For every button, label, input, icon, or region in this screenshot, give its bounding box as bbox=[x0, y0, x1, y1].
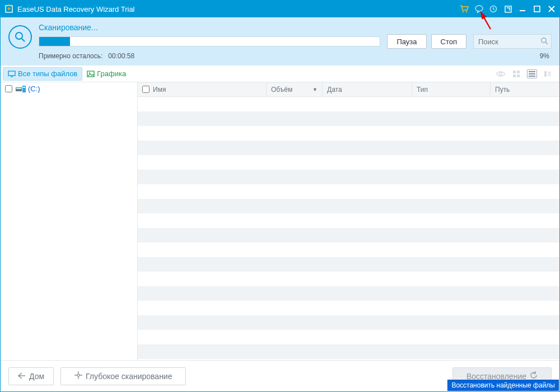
view-list-icon[interactable] bbox=[527, 69, 537, 78]
svg-rect-16 bbox=[513, 74, 516, 77]
col-date[interactable]: Дата bbox=[323, 82, 412, 96]
rows-area bbox=[138, 97, 559, 360]
preview-icon[interactable] bbox=[496, 71, 506, 77]
list-header: Имя Объём ▼ Дата Тип Путь bbox=[138, 82, 559, 97]
col-name-label: Имя bbox=[153, 86, 166, 94]
svg-point-3 bbox=[466, 11, 467, 12]
svg-rect-22 bbox=[23, 87, 25, 88]
list-panel: Имя Объём ▼ Дата Тип Путь bbox=[138, 82, 559, 360]
tree-panel: (C:) bbox=[1, 82, 138, 360]
svg-rect-21 bbox=[22, 86, 26, 92]
expand-icon[interactable] bbox=[503, 4, 512, 13]
deep-scan-button[interactable]: Глубокое сканирование bbox=[60, 367, 186, 385]
filter-all-types[interactable]: Все типы файлов bbox=[3, 67, 82, 81]
cart-icon[interactable] bbox=[460, 4, 469, 13]
minimize-icon[interactable] bbox=[518, 4, 527, 13]
home-label: Дом bbox=[29, 372, 44, 381]
svg-rect-7 bbox=[534, 6, 540, 12]
svg-rect-20 bbox=[16, 88, 21, 89]
svg-rect-6 bbox=[505, 6, 511, 12]
col-path[interactable]: Путь bbox=[491, 82, 559, 96]
target-icon bbox=[74, 371, 82, 381]
col-volume[interactable]: Объём ▼ bbox=[267, 82, 323, 96]
svg-rect-18 bbox=[544, 71, 547, 77]
svg-point-9 bbox=[542, 38, 546, 43]
svg-point-23 bbox=[77, 374, 80, 376]
scan-status-label: Сканирование... bbox=[39, 23, 552, 32]
stop-button[interactable]: Стоп bbox=[431, 34, 466, 49]
titlebar: EaseUS Data Recovery Wizard Trial bbox=[1, 1, 559, 17]
progress-bar bbox=[39, 36, 380, 46]
col-volume-label: Объём bbox=[271, 86, 292, 94]
filter-all-label: Все типы файлов bbox=[18, 69, 77, 78]
svg-point-4 bbox=[475, 6, 483, 11]
time-remaining-value: 00:00:58 bbox=[108, 52, 134, 60]
col-path-label: Путь bbox=[495, 86, 510, 94]
filter-bar: Все типы файлов Графика bbox=[1, 66, 559, 82]
col-type-label: Тип bbox=[417, 86, 428, 94]
chat-icon[interactable] bbox=[474, 4, 483, 13]
svg-point-13 bbox=[500, 72, 502, 75]
svg-rect-1 bbox=[8, 4, 10, 6]
select-all-checkbox[interactable] bbox=[142, 86, 150, 93]
svg-rect-14 bbox=[513, 71, 516, 73]
maximize-icon[interactable] bbox=[533, 4, 542, 13]
drive-icon bbox=[16, 86, 26, 92]
scan-icon bbox=[8, 25, 32, 49]
filter-graphics[interactable]: Графика bbox=[82, 67, 130, 81]
home-button[interactable]: Дом bbox=[8, 367, 54, 385]
time-remaining-label: Примерно осталось: bbox=[39, 52, 102, 60]
close-icon[interactable] bbox=[547, 4, 556, 13]
history-icon[interactable] bbox=[489, 4, 498, 13]
scan-panel: Сканирование... Пауза Стоп Примерно оста… bbox=[1, 17, 559, 66]
search-icon[interactable] bbox=[540, 37, 548, 47]
svg-rect-15 bbox=[517, 71, 520, 73]
svg-point-2 bbox=[463, 11, 464, 12]
pause-button[interactable]: Пауза bbox=[387, 34, 426, 49]
image-icon bbox=[87, 70, 95, 78]
recover-tooltip: Восстановить найденные файлы bbox=[447, 380, 559, 391]
app-icon bbox=[4, 4, 14, 14]
svg-point-8 bbox=[16, 32, 22, 39]
svg-rect-10 bbox=[8, 71, 15, 76]
col-name[interactable]: Имя bbox=[138, 82, 267, 96]
app-title: EaseUS Data Recovery Wizard Trial bbox=[17, 5, 460, 13]
svg-rect-17 bbox=[517, 74, 520, 77]
progress-fill bbox=[39, 37, 70, 46]
col-type[interactable]: Тип bbox=[412, 82, 491, 96]
tree-drive-c[interactable]: (C:) bbox=[5, 85, 133, 93]
scan-percent: 9% bbox=[540, 52, 549, 60]
sort-desc-icon: ▼ bbox=[312, 87, 318, 92]
arrow-left-icon bbox=[18, 372, 26, 381]
search-input[interactable] bbox=[473, 34, 552, 49]
tree-drive-checkbox[interactable] bbox=[5, 85, 12, 92]
tree-drive-label: (C:) bbox=[28, 85, 40, 93]
deep-scan-label: Глубокое сканирование bbox=[86, 372, 172, 381]
view-detail-icon[interactable] bbox=[544, 71, 552, 77]
monitor-icon bbox=[8, 70, 16, 78]
filter-graphics-label: Графика bbox=[97, 69, 126, 78]
view-grid-icon[interactable] bbox=[512, 70, 520, 78]
col-date-label: Дата bbox=[327, 86, 342, 94]
